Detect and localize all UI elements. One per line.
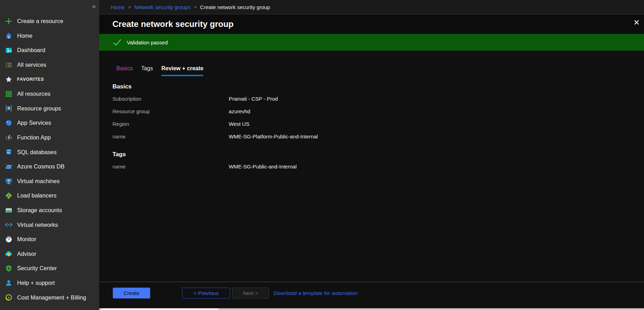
advisor-cloud-icon bbox=[5, 250, 13, 258]
load-balancer-diamond-icon bbox=[5, 192, 13, 200]
svg-text:SQL: SQL bbox=[7, 152, 11, 154]
sidebar-nav: Create a resource Home Dashboard All ser… bbox=[0, 0, 99, 305]
billing-donut-icon: $ bbox=[5, 294, 13, 301]
row-value: azurevhd bbox=[229, 108, 250, 114]
sidebar-item-resource-groups[interactable]: Resource groups bbox=[0, 101, 99, 116]
row-value: Pramati - CSP - Prod bbox=[229, 96, 278, 102]
sidebar-item-label: All resources bbox=[17, 91, 50, 97]
network-brackets-icon bbox=[5, 221, 13, 229]
sidebar-item-app-services[interactable]: App Services bbox=[0, 116, 99, 130]
sidebar-item-label: All services bbox=[17, 62, 46, 68]
plus-icon bbox=[5, 17, 13, 25]
gauge-icon bbox=[5, 236, 13, 243]
tab-review-create[interactable]: Review + create bbox=[161, 65, 204, 76]
close-icon[interactable]: ✕ bbox=[634, 19, 640, 27]
sidebar-item-label: Advisor bbox=[17, 251, 36, 257]
database-icon: SQL bbox=[5, 148, 13, 156]
sidebar-item-label: Create a resource bbox=[17, 18, 63, 24]
row-label: name bbox=[112, 134, 229, 139]
breadcrumb-home-link[interactable]: Home bbox=[111, 4, 125, 10]
sidebar-item-favorites[interactable]: FAVORITES bbox=[0, 72, 99, 87]
azure-portal-window: « Create a resource Home Dashboard bbox=[0, 0, 644, 310]
sidebar-item-label: Home bbox=[17, 33, 32, 39]
sidebar-item-label: FAVORITES bbox=[17, 77, 44, 82]
tab-bar: Basics Tags Review + create bbox=[99, 51, 644, 76]
planet-icon bbox=[5, 163, 13, 171]
sidebar-item-virtual-networks[interactable]: Virtual networks bbox=[0, 217, 99, 232]
sidebar-item-all-services[interactable]: All services bbox=[0, 58, 99, 72]
sidebar-item-label: Help + support bbox=[17, 280, 55, 286]
row-label: Subscription bbox=[112, 96, 229, 102]
footer-action-bar: Create < Previous Next > Download a temp… bbox=[99, 282, 644, 310]
row-value: WME-SG-Platform-Public-and-Internal bbox=[229, 134, 318, 139]
sidebar-item-label: SQL databases bbox=[17, 149, 57, 156]
dashboard-icon bbox=[5, 46, 13, 54]
sidebar-item-advisor[interactable]: Advisor bbox=[0, 247, 99, 261]
vm-monitor-icon bbox=[5, 177, 13, 185]
row-label: Resource group bbox=[112, 108, 229, 114]
sidebar-item-label: Virtual networks bbox=[17, 222, 58, 228]
review-summary: Basics Subscription Pramati - CSP - Prod… bbox=[99, 83, 644, 173]
sidebar-item-dashboard[interactable]: Dashboard bbox=[0, 43, 99, 58]
sidebar-collapse-button[interactable]: « bbox=[92, 3, 96, 10]
sidebar-item-virtual-machines[interactable]: Virtual machines bbox=[0, 174, 99, 189]
sidebar-item-storage-accounts[interactable]: Storage accounts bbox=[0, 203, 99, 218]
sidebar-item-label: Security Center bbox=[17, 265, 57, 272]
section-heading-tags: Tags bbox=[112, 151, 644, 158]
chevron-right-icon: > bbox=[194, 4, 197, 10]
previous-button[interactable]: < Previous bbox=[182, 288, 230, 298]
sidebar-item-all-resources[interactable]: All resources bbox=[0, 87, 99, 101]
breadcrumb-network-security-groups-link[interactable]: Network security groups bbox=[134, 4, 191, 10]
sidebar-item-load-balancers[interactable]: Load balancers bbox=[0, 188, 99, 203]
validation-banner: Validation passed bbox=[99, 34, 644, 51]
sidebar-item-cost-management-billing[interactable]: $ Cost Management + Billing bbox=[0, 290, 99, 305]
sidebar-item-sql-databases[interactable]: SQL SQL databases bbox=[0, 145, 99, 159]
sidebar-item-help-support[interactable]: Help + support bbox=[0, 276, 99, 290]
sidebar-item-label: Cost Management + Billing bbox=[17, 294, 86, 301]
next-button[interactable]: Next > bbox=[232, 288, 269, 298]
globe-icon bbox=[5, 119, 13, 127]
grid-icon bbox=[5, 90, 13, 98]
download-template-link[interactable]: Download a template for automation bbox=[273, 288, 358, 298]
row-value: WME-SG-Public-and-Internal bbox=[229, 164, 297, 170]
sidebar-item-label: Function App bbox=[17, 134, 51, 141]
sidebar-item-label: Virtual machines bbox=[17, 178, 60, 185]
sidebar-item-function-app[interactable]: Function App bbox=[0, 130, 99, 145]
sidebar-item-home[interactable]: Home bbox=[0, 29, 99, 43]
review-row-resource-group: Resource group azurevhd bbox=[112, 105, 644, 117]
create-button[interactable]: Create bbox=[113, 288, 150, 298]
review-row-subscription: Subscription Pramati - CSP - Prod bbox=[112, 92, 644, 105]
tab-tags[interactable]: Tags bbox=[141, 65, 153, 76]
sidebar: « Create a resource Home Dashboard bbox=[0, 0, 99, 310]
sidebar-item-label: Dashboard bbox=[17, 47, 45, 53]
section-heading-basics: Basics bbox=[112, 83, 644, 90]
sidebar-item-label: Azure Cosmos DB bbox=[17, 163, 65, 170]
sidebar-item-create-a-resource[interactable]: Create a resource bbox=[0, 14, 99, 29]
breadcrumb-current-page: Create network security group bbox=[200, 4, 270, 10]
home-icon bbox=[5, 32, 13, 39]
help-person-icon bbox=[5, 279, 13, 287]
row-label: Region bbox=[112, 121, 229, 127]
main-panel: Home > Network security groups > Create … bbox=[99, 0, 644, 310]
sidebar-item-monitor[interactable]: Monitor bbox=[0, 232, 99, 247]
title-bar: Create network security group ✕ bbox=[99, 14, 644, 34]
review-row-region: Region West US bbox=[112, 117, 644, 130]
resource-group-cube-icon bbox=[5, 104, 13, 112]
star-icon bbox=[5, 75, 13, 83]
review-row-tag-name: name WME-SG-Public-and-Internal bbox=[112, 160, 644, 173]
sidebar-item-azure-cosmos-db[interactable]: Azure Cosmos DB bbox=[0, 159, 99, 174]
list-icon bbox=[5, 61, 13, 69]
tab-basics[interactable]: Basics bbox=[116, 65, 133, 76]
row-label: name bbox=[112, 164, 229, 170]
horizontal-scrollbar-track[interactable] bbox=[99, 308, 644, 310]
breadcrumb: Home > Network security groups > Create … bbox=[99, 0, 644, 14]
sidebar-item-label: Monitor bbox=[17, 236, 36, 243]
content-area: Basics Tags Review + create Basics Subsc… bbox=[99, 51, 644, 282]
horizontal-scrollbar-thumb[interactable] bbox=[101, 308, 218, 310]
checkmark-icon bbox=[112, 38, 122, 46]
sidebar-item-label: App Services bbox=[17, 120, 51, 126]
lightning-icon bbox=[5, 134, 13, 142]
sidebar-item-security-center[interactable]: Security Center bbox=[0, 261, 99, 276]
sidebar-item-label: Storage accounts bbox=[17, 207, 62, 214]
sidebar-item-label: Resource groups bbox=[17, 105, 61, 112]
